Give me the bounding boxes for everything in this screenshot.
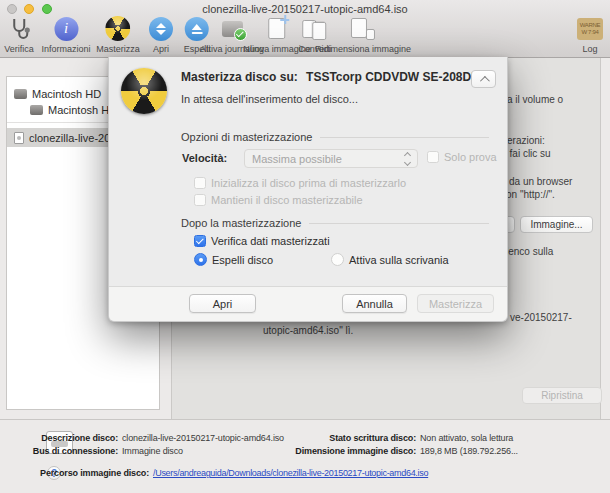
stethoscope-icon xyxy=(7,15,31,42)
window-title: clonezilla-live-20150217-utopic-amd64.is… xyxy=(0,3,610,15)
pane-text-fragment: a il volume o xyxy=(507,94,563,105)
open-icon xyxy=(149,17,173,41)
path-link[interactable]: /Users/andreaguida/Downloads/clonezilla-… xyxy=(153,468,428,478)
size-label: Dimensione immagine disco: xyxy=(250,446,416,456)
titlebar-toolbar: clonezilla-live-20150217-utopic-amd64.is… xyxy=(0,0,610,58)
toolbar-button-log[interactable]: WARNE W 7:94 Log xyxy=(577,15,603,54)
mount-on-desktop-radio[interactable]: Attiva sulla scrivania xyxy=(331,253,449,266)
speed-dropdown: Massima possibile xyxy=(244,149,418,168)
pane-text-fragment: on "http://". xyxy=(506,189,555,200)
hard-drive-icon xyxy=(30,105,43,115)
checkbox-icon xyxy=(194,194,206,206)
device-name: TSSTcorp CDDVDW SE-208DB xyxy=(306,70,480,84)
restore-button: Ripristina xyxy=(522,387,602,404)
collapse-button[interactable] xyxy=(471,70,496,88)
dialog-status: In attesa dell'inserimento del disco... xyxy=(181,93,358,105)
watermark-badge: WARNE W 7:94 xyxy=(577,18,603,40)
initialize-checkbox: Inizializza il disco prima di masterizza… xyxy=(194,177,406,189)
toolbar-button-masterizza[interactable]: Masterizza xyxy=(96,15,140,54)
verify-data-checkbox[interactable]: Verifica dati masterizzati xyxy=(194,235,330,247)
radio-icon xyxy=(331,253,344,266)
checkbox-checked-icon xyxy=(194,235,206,247)
bus-label: Bus di connessione: xyxy=(0,446,118,456)
pane-text-fragment: erazioni: xyxy=(507,135,545,146)
info-icon: i xyxy=(54,17,78,41)
pane-text-fragment: da un browser xyxy=(509,176,572,187)
dialog-title: Masterizza disco su: TSSTcorp CDDVDW SE-… xyxy=(181,70,480,84)
hard-drive-icon xyxy=(14,89,27,99)
desc-label: Descrizione disco: xyxy=(0,433,118,443)
stepper-icon xyxy=(401,150,413,167)
write-status-label: Stato scrittura disco: xyxy=(250,433,416,443)
pane-text-fragment: ve-20150217- xyxy=(510,312,572,323)
bottom-divider xyxy=(0,419,610,420)
journaling-disk-icon xyxy=(221,21,242,37)
chevron-up-icon xyxy=(480,75,490,85)
disk-image-icon xyxy=(14,132,24,144)
group-after-burn: Dopo la masterizzazione xyxy=(181,217,489,229)
test-only-checkbox: Solo prova xyxy=(427,151,497,163)
sparkle-icon xyxy=(281,15,290,24)
toolbar-button-apri[interactable]: Apri xyxy=(149,15,173,54)
speed-label: Velocità: xyxy=(182,152,227,164)
disk-utility-window: clonezilla-live-20150217-utopic-amd64.is… xyxy=(0,0,610,493)
write-status-value: Non attivato, sola lettura xyxy=(420,433,513,443)
radio-selected-icon xyxy=(194,253,207,266)
burn-dialog: Masterizza disco su: TSSTcorp CDDVDW SE-… xyxy=(108,57,508,322)
size-value: 189,8 MB (189.792.256... xyxy=(420,446,518,456)
burn-button: Masterizza xyxy=(417,294,494,313)
toolbar-button-verifica[interactable]: Verifica xyxy=(4,15,34,54)
toolbar-button-ridimensiona[interactable]: Ridimensiona immagine xyxy=(315,15,411,54)
cancel-button[interactable]: Annulla xyxy=(342,294,407,313)
new-image-icon xyxy=(269,18,286,39)
eject-disc-radio[interactable]: Espelli disco xyxy=(194,253,273,266)
open-button[interactable]: Apri xyxy=(189,294,256,313)
pane-text-fragment: lenco sulla xyxy=(506,246,553,257)
burn-icon xyxy=(105,16,130,41)
path-label: Percorso immagine disco: xyxy=(0,468,149,478)
burn-icon xyxy=(121,68,167,114)
bus-value: Immagine disco xyxy=(122,446,183,456)
resize-image-icon xyxy=(351,18,375,40)
pane-text-fragment: utopic-amd64.iso" lì. xyxy=(263,325,353,336)
toolbar-button-informazioni[interactable]: i Informazioni xyxy=(41,15,90,54)
group-burn-options: Opzioni di masterizzazione xyxy=(181,131,489,143)
image-button[interactable]: Immagine... xyxy=(520,216,593,233)
checkbox-icon xyxy=(427,151,439,163)
pane-text-fragment: , fai clic su xyxy=(504,148,551,159)
keep-appendable-checkbox: Mantieni il disco masterizzabile xyxy=(194,194,363,206)
checkbox-icon xyxy=(194,177,206,189)
